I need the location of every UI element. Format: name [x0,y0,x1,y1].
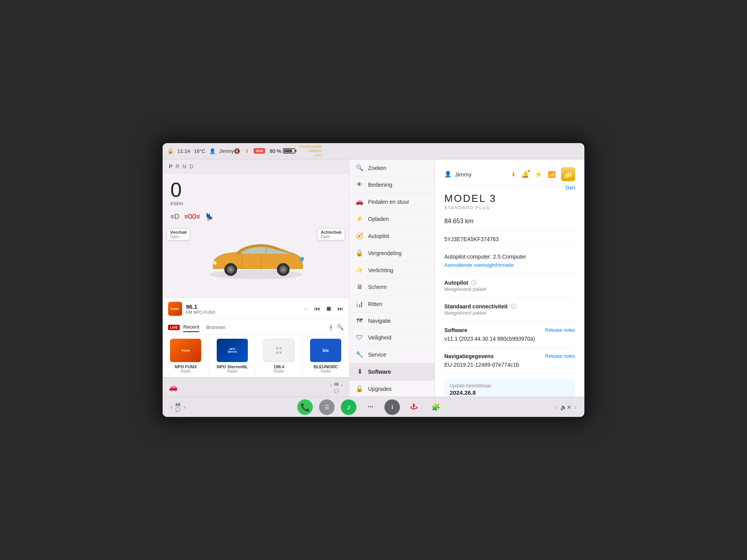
vol-left-arrow[interactable]: ‹ [556,404,558,410]
menu-item-opladen[interactable]: ⚡ Opladen [349,210,435,228]
nav-data-section-label: Navigatiegegevens [444,353,494,359]
main-content: P R N D 0 KM/H ≡D ≡00≡ 💺 Voorbak [163,159,584,397]
game-app-button[interactable]: 🕹 [406,399,422,415]
station-name: FM NPO FUNX [186,310,299,315]
menu-item-pedalen[interactable]: 🚗 Pedalen en stuur [349,193,435,210]
car-controls: ≡D ≡00≡ 💺 [163,210,349,224]
release-notes-link-2[interactable]: Release notes [545,354,575,359]
bluetooth-icon[interactable]: ⚡ [535,171,542,178]
more-apps-button[interactable]: ··· [363,399,378,415]
battery-fill [284,149,292,152]
menu-panel: 🔍 Zoeken 👁 Bediening 🚗 Pedalen en stuur … [349,159,435,397]
lock-menu-icon: 🔒 [356,249,363,257]
nav-data-row: Navigatiegegevens Release notes EU-2019.… [444,353,575,374]
nav-fwd-arrow[interactable]: › [341,382,343,388]
mileage-row: 84.653 km [444,218,575,231]
search-radio-icon[interactable]: 🔍 [337,324,344,331]
taskbar-nav-fwd[interactable]: › [183,404,185,411]
user-name-status: Jimmy [219,148,234,154]
menu-item-ritten[interactable]: 📊 Ritten [349,296,435,313]
vin-row: 5YJ3E7EA5KF374763 [444,236,575,248]
menu-item-scherm[interactable]: 🖥 Scherm [349,279,435,296]
autopilot-info-icon[interactable]: i [471,280,477,285]
favorite-button[interactable]: ☆ [303,305,309,313]
taskbar: 🚗 ‹ HI › 💬 [163,377,349,397]
download-detail-icon[interactable]: ⬇ [511,171,516,178]
station-item-199[interactable]: ≡ ≡≡ ≡ 199.4 Radio [256,335,303,377]
autopilot-computer-row: Autopilot-computer: 2.5 Computer Aanvull… [444,254,575,274]
passenger-airbag-label: PASSENGERAIRBAGOFF [300,145,321,157]
tab-recent[interactable]: Recent [183,322,199,332]
model-section: MODEL 3 STANDARD PLUS Dart [444,192,575,210]
phone-app-button[interactable]: 📞 [297,399,313,415]
user-name-row: 👤 Jimmy [444,171,472,178]
connectivity-sub-value: Meegeleverd pakket [444,310,575,316]
menu-item-upgrades[interactable]: 🔓 Upgrades [349,380,435,397]
info-app-button[interactable]: ℹ [384,399,400,415]
software-version: v11.1 (2023.44.30.14 880cb993970a) [444,336,575,342]
autopilot-section-label: Autopilot [444,280,468,286]
station-thumb-npo: NPOSterren [217,339,248,362]
prev-button[interactable]: ⏮ [314,305,320,312]
folder-icon[interactable]: 📁 [561,167,575,181]
station-item-npo[interactable]: NPOSterren NPO SterrenNL Radio [209,335,256,377]
speed-unit: KM/H [170,201,341,206]
station-name-npo: NPO SterrenNL [217,364,248,369]
station-thumb-199: ≡ ≡≡ ≡ [263,339,295,362]
station-item-funx[interactable]: FUNX NPO FUNX Radio [163,335,209,377]
headlights-icon[interactable]: ≡D [170,213,180,221]
seat-icon[interactable]: 💺 [205,213,214,221]
aanvullende-link[interactable]: Aanvullende voertuiginformatie [444,262,514,268]
menu-item-zoeken[interactable]: 🔍 Zoeken [349,159,435,177]
stop-button[interactable]: ⏹ [326,305,332,312]
hi-label: HI [334,382,338,388]
equalizer-icon[interactable]: 𝄞 [329,324,332,331]
radio-controls: ☆ ⏮ ⏹ ⏭ [303,305,344,313]
taskbar-nav-back[interactable]: ‹ [170,404,172,411]
pedals-menu-icon: 🚗 [356,198,363,205]
station-thumb-funx: FUNX [170,339,201,362]
taskbar-nav: ‹ HI › 💬 [330,382,343,393]
screen-menu-icon: 🖥 [356,284,363,290]
menu-item-bediening[interactable]: 👁 Bediening [349,177,435,193]
vin-value: 5YJ3E7EA5KF374763 [444,236,575,242]
status-bar: 🔒 11:14 16°C 👤 Jimmy 🔇 ⬇ SOS 80 % PASSEN… [163,143,584,159]
wifi-detail-icon[interactable]: 📶 [548,171,556,178]
menu-item-software[interactable]: ⬇ Software [349,363,435,380]
connectivity-info-icon[interactable]: i [511,304,516,309]
achterbak-label: Achterbak Open [317,228,345,240]
station-item-bleu[interactable]: ble BLEUNORC Radio [302,335,349,377]
puzzle-app-button[interactable]: 🧩 [428,399,444,415]
voorbak-label: Voorbak Open [167,228,190,240]
taskbar-volume-section: ‹ 🔈✕ › [556,404,577,410]
spotify-app-button[interactable]: ♪ [341,399,356,415]
status-bar-right: 🔇 ⬇ SOS 80 % PASSENGERAIRBAGOFF [234,145,321,157]
menu-item-service[interactable]: 🔧 Service [349,346,435,363]
menu-item-vergrendeling[interactable]: 🔒 Vergrendeling [349,245,435,262]
car-taskbar-icon[interactable]: 🚗 [169,383,177,392]
station-type-bleu: Radio [321,369,331,373]
nav-back-arrow[interactable]: ‹ [330,382,332,388]
time-display: 11:14 [177,148,190,154]
range-icon[interactable]: ≡00≡ [184,213,200,221]
live-badge: LIVE [168,325,180,330]
menu-item-autopilot[interactable]: 🧭 Autopilot [349,228,435,245]
battery-bar [283,148,295,154]
nav-data-value: EU-2019.21-12489-07e774c1b [444,362,575,368]
tab-bronnen[interactable]: Bronnen [206,323,225,332]
menu-item-navigatie[interactable]: 🗺 Navigatie [349,313,435,329]
dart-link[interactable]: Dart [565,185,575,191]
taskbar-chat-icon: 💬 [175,408,180,412]
menu-item-verlichting[interactable]: ✨ Verlichting [349,262,435,279]
sos-badge: SOS [254,148,265,154]
bell-icon[interactable]: 🔔 [521,171,529,178]
next-button[interactable]: ⏭ [337,305,344,312]
vol-right-arrow[interactable]: › [575,404,577,410]
autopilot-sub-value: Meegeleverd pakket [444,287,575,292]
release-notes-link[interactable]: Release notes [545,327,575,333]
model-name: MODEL 3 [444,192,496,205]
station-type-npo: Radio [227,369,237,373]
menu-item-veiligheid[interactable]: 🛡 Veiligheid [349,329,435,346]
volume-mute-icon[interactable]: 🔈✕ [560,404,572,410]
cards-app-button[interactable]: ☰ [319,399,335,415]
